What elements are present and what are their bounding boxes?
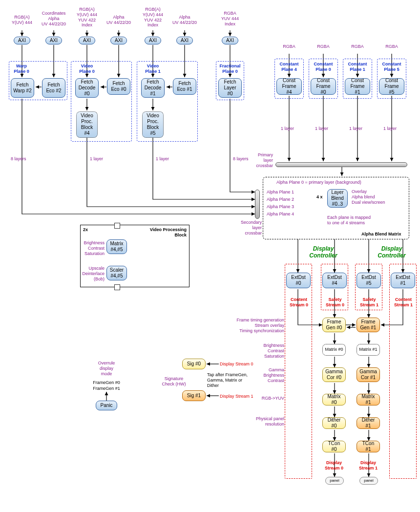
lbl-upscale: UpscaleDeinterlace(Bob) bbox=[81, 266, 105, 281]
dither1: Dither #1 bbox=[357, 417, 380, 429]
hdr1: RGB(A)Y(UV) 444 bbox=[10, 15, 34, 25]
axi2: AXI bbox=[45, 37, 62, 44]
fetch-eco2: FetchEco #2 bbox=[42, 78, 65, 98]
axi1: AXI bbox=[14, 37, 30, 44]
fetch-layer0: FetchLayer #0 bbox=[218, 78, 242, 98]
lbl-ds0b: Display Stream 0 bbox=[220, 362, 253, 367]
axi5: AXI bbox=[145, 37, 161, 44]
extdst4: ExtDst#4 bbox=[322, 273, 347, 288]
secondary-crossbar bbox=[255, 190, 260, 219]
lbl-rgbyuv: RGB->YUV bbox=[256, 396, 284, 401]
const-plane1-title: ConstantPlane 1 bbox=[345, 62, 370, 72]
axi4: AXI bbox=[110, 37, 127, 44]
lbl-abm-title: Alpha Blend Matrix bbox=[361, 232, 401, 237]
warp-plane0-title: WarpPlane 0 bbox=[12, 64, 31, 74]
tcon0: TCon #0 bbox=[322, 441, 346, 452]
dc0: DisplayController bbox=[304, 245, 343, 259]
sig0: Sig #0 bbox=[182, 359, 206, 369]
tcon1: TCon #1 bbox=[357, 441, 380, 452]
axi3: AXI bbox=[79, 37, 95, 44]
lbl-alphabg: Alpha Plane 0 = primary layer (backgroun… bbox=[276, 180, 361, 185]
fetch-warp2: FetchWarp #2 bbox=[11, 78, 34, 98]
lbl-sigcheck: SignatureCheck (HW) bbox=[159, 376, 189, 387]
layer-blend: LayerBlend#0..3 bbox=[327, 189, 348, 208]
primary-crossbar bbox=[275, 162, 407, 167]
frac-plane0-title: FractionalPlane 0 bbox=[217, 64, 243, 74]
hdr5: RGB(A)Y(UV) 444YUV 422Index bbox=[139, 7, 167, 28]
lbl-1layer-5: 1 layer bbox=[349, 126, 362, 131]
framegen1: FrameGen #1 bbox=[357, 318, 380, 332]
lbl-ss1: SafetyStream 1 bbox=[358, 297, 380, 308]
hdr2: CoordinatesAlphaUV 44/22/20 bbox=[40, 11, 67, 26]
lbl-mapped: Each plane is mappedto one of 4 streams bbox=[327, 215, 386, 226]
matrix0b: Matrix #0 bbox=[322, 394, 346, 405]
lbl-4x: 4 x bbox=[316, 194, 323, 200]
dither0: Dither #0 bbox=[322, 417, 346, 429]
lbl-ds1: DisplayStream 1 bbox=[357, 460, 379, 471]
content-stream0-box bbox=[285, 264, 312, 479]
lbl-8layers-1: 8 layers bbox=[11, 156, 26, 162]
hdrc2: RGBA bbox=[348, 44, 367, 49]
lbl-tapafter: Tap after FrameGen,Gamma, Matrix orDithe… bbox=[207, 372, 261, 388]
framegen0: FrameGen #0 bbox=[322, 318, 346, 332]
video-plane0-title: VideoPlane 0 bbox=[77, 64, 97, 74]
lbl-secondary-crossbar: Secondarylayercrossbar bbox=[228, 220, 262, 235]
fetch-dec1: FetchDecode#1 bbox=[141, 78, 165, 98]
const-f1: ConstFrame #1 bbox=[345, 78, 370, 95]
panel0: panel bbox=[325, 477, 344, 485]
hdrc0: RGBA bbox=[279, 44, 299, 49]
dc1: DisplayController bbox=[372, 245, 411, 259]
lbl-1layer-4: 1 layer bbox=[315, 126, 328, 131]
lbl-alpha4: Alpha Plane 4 bbox=[267, 212, 294, 217]
vpb4: VideoProc.Block#4 bbox=[76, 111, 98, 138]
const-f0: ConstFrame #0 bbox=[311, 78, 336, 95]
matrix1-lbl: Matrix #1 bbox=[357, 347, 380, 352]
extdst1: ExtDst#1 bbox=[391, 273, 415, 288]
lbl-8layers-2: 8 layers bbox=[233, 156, 249, 162]
panel1: panel bbox=[359, 477, 378, 485]
lbl-alpha3: Alpha Plane 3 bbox=[267, 204, 294, 210]
lbl-overlay: OverlayAlpha blendDual view/screen bbox=[352, 189, 396, 205]
const-plane4-title: ConstantPlane 4 bbox=[276, 62, 302, 72]
lbl-1layer-3: 1 layer bbox=[281, 126, 294, 131]
extdst5: ExtDst#5 bbox=[357, 273, 381, 288]
matrix0-lbl: Matrix #0 bbox=[322, 347, 346, 352]
vpb-port-bottom bbox=[114, 284, 120, 290]
lbl-2x: 2x bbox=[83, 227, 88, 233]
scaler45: Scaler#4,#5 bbox=[106, 266, 127, 280]
const-f4: ConstFrame #4 bbox=[276, 78, 302, 95]
hdrc3: RGBA bbox=[382, 44, 401, 49]
lbl-cs1: ContentStream 1 bbox=[393, 297, 414, 308]
lbl-overrule: Overruledisplaymode bbox=[96, 361, 117, 376]
lbl-1layer-1: 1 layer bbox=[90, 156, 103, 162]
const-plane0-title: ConstantPlane 0 bbox=[311, 62, 336, 72]
axi6: AXI bbox=[176, 37, 193, 44]
hdr6: AlphaUV 44/22/20 bbox=[171, 15, 198, 25]
lbl-phys: Physical panelresolution bbox=[249, 416, 284, 427]
gamma0: GammaCor #0 bbox=[322, 367, 346, 382]
lbl-primary-crossbar: Primarylayercrossbar bbox=[251, 152, 273, 168]
extdst0: ExtDst#0 bbox=[286, 273, 311, 288]
lbl-frametiming: Frame timing generationStream overlayTim… bbox=[226, 318, 284, 333]
const-plane5-title: ConstantPlane 5 bbox=[379, 62, 404, 72]
hdr7: RGBAYUV 444Index bbox=[216, 11, 244, 26]
lbl-alpha1: Alpha Plane 1 bbox=[267, 190, 294, 195]
video-plane1-title: VideoPlane 1 bbox=[143, 64, 163, 74]
gamma1: GammaCor #1 bbox=[357, 367, 380, 382]
lbl-ds1b: Display Stream 1 bbox=[220, 394, 253, 399]
hdr4: AlphaUV 44/22/20 bbox=[105, 15, 132, 25]
hdr3: RGB(A)Y(UV) 444YUV 422Index bbox=[73, 7, 101, 28]
vpb5: VideoProc.Block#5 bbox=[142, 111, 164, 138]
lbl-1layer-2: 1 layer bbox=[156, 156, 169, 162]
fetch-eco0: FetchEco #0 bbox=[107, 78, 130, 95]
lbl-bcs: BrightnessContrastSaturation bbox=[81, 240, 105, 256]
panic: Panic bbox=[96, 401, 117, 410]
axi7: AXI bbox=[222, 37, 238, 44]
content-stream1-box bbox=[389, 264, 417, 479]
hdrc1: RGBA bbox=[314, 44, 333, 49]
lbl-fg0: FrameGen #0 bbox=[91, 380, 122, 385]
fetch-eco1: FetchEco #1 bbox=[173, 78, 196, 95]
lbl-bcs2: BrightnessContrastSaturation bbox=[256, 343, 284, 359]
const-f5: ConstFrame #5 bbox=[379, 78, 404, 95]
fetch-dec0: FetchDecode#0 bbox=[75, 78, 99, 98]
